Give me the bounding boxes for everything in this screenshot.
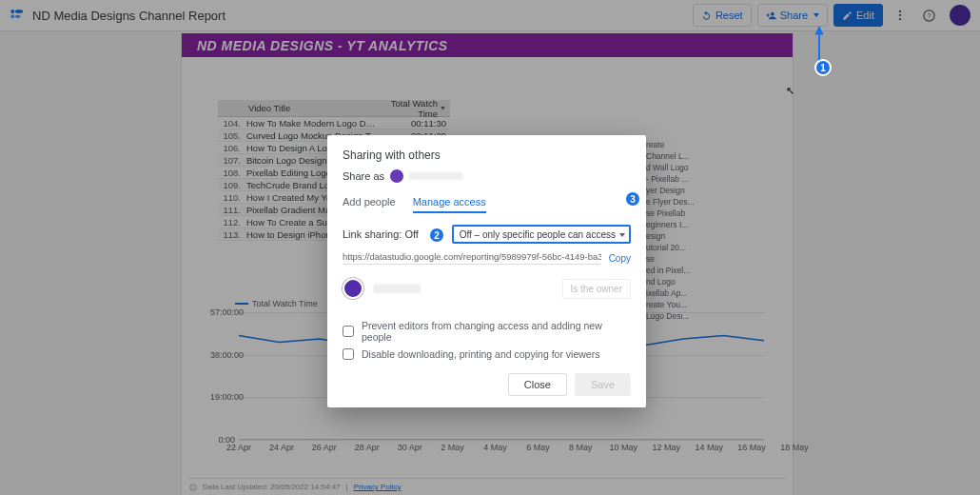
tab-manage-access[interactable]: Manage access: [413, 196, 486, 213]
prevent-editors-label: Prevent editors from changing access and…: [362, 320, 631, 343]
access-level-dropdown[interactable]: Off – only specific people can access: [452, 225, 631, 244]
link-sharing-state: Link sharing: Off: [343, 228, 419, 240]
owner-row: Is the owner: [343, 278, 631, 299]
dialog-title: Sharing with others: [343, 148, 631, 162]
annotation-badge-1: 1: [814, 59, 832, 76]
share-dialog: Sharing with others Share as Add people …: [327, 135, 646, 407]
tab-add-people[interactable]: Add people: [343, 196, 396, 213]
annotation-badge-2: 2: [428, 227, 445, 244]
owner-avatar: [343, 278, 363, 299]
chevron-down-icon: [619, 233, 625, 237]
svg-marker-13: [815, 27, 823, 34]
share-url[interactable]: https://datastudio.google.com/reporting/…: [343, 251, 601, 265]
share-as-name-redacted: [409, 172, 462, 180]
copy-link-button[interactable]: Copy: [609, 253, 631, 264]
disable-download-label: Disable downloading, printing and copyin…: [362, 348, 599, 360]
disable-download-checkbox[interactable]: Disable downloading, printing and copyin…: [343, 348, 631, 360]
owner-name-redacted: [373, 284, 421, 293]
close-button[interactable]: Close: [508, 373, 567, 396]
prevent-editors-checkbox[interactable]: Prevent editors from changing access and…: [343, 320, 631, 343]
prevent-editors-input[interactable]: [343, 326, 354, 337]
share-as-avatar: [390, 169, 403, 183]
share-as-label: Share as: [343, 170, 384, 182]
owner-role-badge: Is the owner: [562, 279, 631, 299]
share-as-row: Share as: [343, 169, 631, 183]
dialog-tabs: Add people Manage access: [343, 196, 631, 213]
access-level-value: Off – only specific people can access: [460, 229, 616, 240]
save-button: Save: [575, 373, 631, 396]
annotation-badge-3: 3: [624, 190, 641, 208]
disable-download-input[interactable]: [343, 348, 354, 360]
